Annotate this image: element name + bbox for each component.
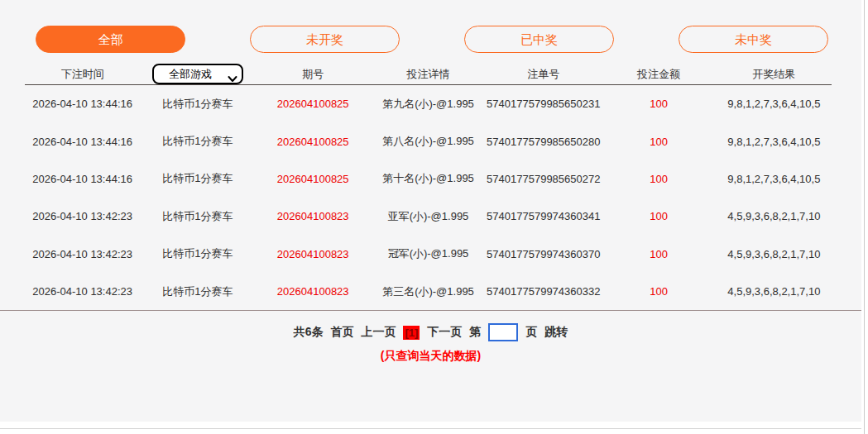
cell-game: 比特币1分赛车 xyxy=(140,284,255,299)
header-order-number: 注单号 xyxy=(486,67,601,82)
cell-detail: 亚军(小)-@1.995 xyxy=(371,209,486,224)
bottom-edge-divider xyxy=(0,428,861,429)
table-row: 2026-04-10 13:44:16 比特币1分赛车 202604100825… xyxy=(25,122,832,160)
cell-detail: 冠军(小)-@1.995 xyxy=(371,246,486,261)
page-prefix-label: 第 xyxy=(469,325,481,340)
tab-all[interactable]: 全部 xyxy=(36,26,185,53)
header-draw-result: 开奖结果 xyxy=(717,67,832,82)
tab-not-drawn[interactable]: 未开奖 xyxy=(250,26,400,53)
cell-game: 比特币1分赛车 xyxy=(140,97,255,112)
cell-game: 比特币1分赛车 xyxy=(140,171,255,186)
cell-period: 202604100825 xyxy=(256,98,371,110)
cell-amount: 100 xyxy=(601,136,716,148)
cell-time: 2026-04-10 13:42:23 xyxy=(25,248,140,260)
cell-result: 4,5,9,3,6,8,2,1,7,10 xyxy=(717,248,832,260)
cell-period: 202604100825 xyxy=(256,136,371,148)
header-bet-time: 下注时间 xyxy=(25,67,140,82)
cell-amount: 100 xyxy=(601,285,716,298)
cell-result: 9,8,1,2,7,3,6,4,10,5 xyxy=(717,136,832,148)
cell-detail: 第三名(小)-@1.995 xyxy=(371,284,486,299)
cell-detail: 第十名(小)-@1.995 xyxy=(371,171,486,186)
cell-order: 5740177579974360370 xyxy=(486,248,601,260)
cell-time: 2026-04-10 13:42:23 xyxy=(25,210,140,222)
tab-won[interactable]: 已中奖 xyxy=(464,26,614,53)
prev-page-link[interactable]: 上一页 xyxy=(361,325,396,340)
cell-game: 比特币1分赛车 xyxy=(140,209,255,224)
cell-result: 9,8,1,2,7,3,6,4,10,5 xyxy=(717,98,832,110)
page-suffix-label: 页 xyxy=(525,325,537,340)
current-page-indicator[interactable]: [1] xyxy=(403,326,420,340)
cell-order: 5740177579974360341 xyxy=(486,210,601,222)
cell-amount: 100 xyxy=(601,173,716,185)
table-row: 2026-04-10 13:44:16 比特币1分赛车 202604100825… xyxy=(25,85,832,122)
total-count: 共6条 xyxy=(294,325,324,340)
cell-amount: 100 xyxy=(601,248,716,260)
cell-result: 4,5,9,3,6,8,2,1,7,10 xyxy=(717,285,832,298)
table-row: 2026-04-10 13:44:16 比特币1分赛车 202604100825… xyxy=(25,160,832,198)
cell-time: 2026-04-10 13:42:23 xyxy=(25,285,140,298)
cell-amount: 100 xyxy=(601,98,716,110)
next-page-link[interactable]: 下一页 xyxy=(427,325,462,340)
cell-detail: 第八名(小)-@1.995 xyxy=(371,134,486,149)
table-row: 2026-04-10 13:42:23 比特币1分赛车 202604100823… xyxy=(25,198,832,235)
table-row: 2026-04-10 13:42:23 比特币1分赛车 202604100823… xyxy=(25,236,832,273)
table-row: 2026-04-10 13:42:23 比特币1分赛车 202604100823… xyxy=(25,273,832,310)
table-header-row: 下注时间 全部游戏 期号 投注详情 注单号 投注金额 开奖结果 xyxy=(25,64,832,85)
cell-order: 5740177579974360332 xyxy=(486,285,601,298)
jump-button[interactable]: 跳转 xyxy=(544,325,568,340)
cell-period: 202604100823 xyxy=(256,248,371,260)
header-period: 期号 xyxy=(256,67,371,82)
table-body: 2026-04-10 13:44:16 比特币1分赛车 202604100825… xyxy=(0,85,861,311)
header-bet-detail: 投注详情 xyxy=(371,67,486,82)
cell-time: 2026-04-10 13:44:16 xyxy=(25,173,140,185)
first-page-link[interactable]: 首页 xyxy=(330,325,353,340)
pagination: 共6条 首页 上一页 [1] 下一页 第 页 跳转 xyxy=(0,323,861,341)
cell-period: 202604100825 xyxy=(256,173,371,185)
page-number-input[interactable] xyxy=(488,323,518,341)
cell-order: 5740177579985650231 xyxy=(486,98,601,110)
cell-order: 5740177579985650272 xyxy=(486,173,601,185)
cell-result: 9,8,1,2,7,3,6,4,10,5 xyxy=(717,173,832,185)
tab-not-won[interactable]: 未中奖 xyxy=(679,26,828,53)
cell-amount: 100 xyxy=(601,210,716,222)
game-select[interactable]: 全部游戏 xyxy=(152,64,243,84)
today-only-note: (只查询当天的数据) xyxy=(0,349,861,364)
cell-period: 202604100823 xyxy=(256,285,371,298)
status-filter-tabs: 全部 未开奖 已中奖 未中奖 xyxy=(36,26,828,53)
cell-game: 比特币1分赛车 xyxy=(140,246,255,261)
cell-game: 比特币1分赛车 xyxy=(140,134,255,149)
cell-time: 2026-04-10 13:44:16 xyxy=(25,98,140,110)
cell-detail: 第九名(小)-@1.995 xyxy=(371,97,486,112)
right-edge-divider xyxy=(864,0,865,434)
cell-order: 5740177579985650280 xyxy=(486,136,601,148)
records-panel: 全部 未开奖 已中奖 未中奖 下注时间 全部游戏 期号 投注详情 注单号 投注金… xyxy=(0,0,861,422)
cell-result: 4,5,9,3,6,8,2,1,7,10 xyxy=(717,210,832,222)
header-bet-amount: 投注金额 xyxy=(601,67,716,82)
header-game-filter: 全部游戏 xyxy=(140,64,255,84)
cell-time: 2026-04-10 13:44:16 xyxy=(25,136,140,148)
cell-period: 202604100823 xyxy=(256,210,371,222)
